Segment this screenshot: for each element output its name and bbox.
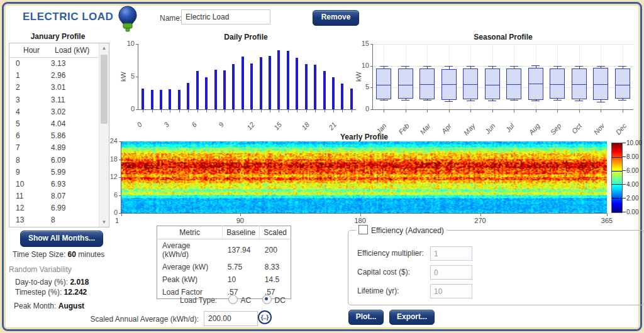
- table-row: 74.89: [9, 142, 99, 154]
- daily-bar: [260, 57, 262, 109]
- x-tick-mark: [623, 109, 623, 112]
- median-line: [593, 84, 608, 85]
- x-tick-mark: [406, 109, 406, 112]
- metric-value: 200: [260, 239, 291, 261]
- metric-name: Peak (kW): [157, 273, 223, 286]
- y-tick-label: 0: [103, 209, 118, 216]
- yearly-profile-heatmap: 06121824190180270365: [121, 141, 607, 214]
- daily-bar: [232, 64, 235, 109]
- y-tick-label: 5: [119, 72, 135, 80]
- table-row: 95.99: [9, 166, 99, 178]
- median-line: [506, 84, 521, 85]
- time-step-value: 60: [68, 250, 76, 259]
- x-tick-mark: [607, 213, 608, 216]
- table-row: 106.93: [9, 178, 99, 190]
- daily-bar: [350, 89, 353, 109]
- metrics-header-baseline: Baseline: [223, 226, 260, 239]
- box: [376, 68, 391, 99]
- load-type-dc-radio[interactable]: [262, 295, 272, 304]
- remove-button[interactable]: Remove: [313, 10, 359, 26]
- name-input[interactable]: [181, 9, 270, 25]
- random-variability-label: Random Variability: [9, 265, 72, 274]
- x-tick-mark: [360, 213, 361, 216]
- table-scrollbar[interactable]: ▲ ▼: [99, 43, 109, 227]
- table-row: 65.86: [9, 130, 99, 142]
- colorbar-tick-label: 0.00: [626, 209, 638, 216]
- daily-bar: [214, 70, 217, 109]
- efficiency-multiplier-input[interactable]: [430, 246, 472, 261]
- load-type-ac-radio[interactable]: [228, 295, 238, 304]
- y-tick-mark: [370, 87, 373, 88]
- daily-bar: [160, 90, 162, 109]
- colorbar-tick-label: 2.00: [626, 195, 638, 202]
- x-tick-mark: [152, 109, 153, 112]
- whisker-cap-bottom: [510, 100, 518, 101]
- capital-cost-input[interactable]: [430, 265, 472, 280]
- y-tick-mark: [370, 44, 373, 45]
- x-tick-mark: [270, 109, 270, 112]
- y-tick-label: 10: [354, 62, 369, 69]
- daily-bar: [341, 84, 343, 109]
- y-tick-label: 24: [103, 137, 118, 145]
- january-profile-title: January Profile: [8, 32, 108, 41]
- colorbar: [611, 143, 623, 213]
- metrics-header-scaled: Scaled: [260, 226, 291, 239]
- x-tick-mark: [536, 109, 536, 112]
- x-tick-mark: [579, 109, 580, 112]
- x-tick-label: 1: [115, 217, 128, 224]
- x-tick-mark: [315, 109, 316, 112]
- load-type-ac-label[interactable]: AC: [241, 296, 252, 305]
- daily-bar: [287, 51, 289, 109]
- x-tick-mark: [427, 109, 428, 112]
- column-header-load: Load (kW): [55, 46, 89, 55]
- cell-load: 6.99: [51, 202, 65, 214]
- page-title: ELECTRIC LOAD: [23, 11, 113, 23]
- x-tick-mark: [470, 109, 471, 112]
- table-row: 03.13: [9, 58, 99, 70]
- efficiency-advanced-group: Efficiency (Advanced) Efficiency multipl…: [348, 225, 644, 305]
- colorbar-tick-mark: [623, 156, 626, 157]
- y-tick-label: 15: [354, 40, 369, 47]
- plot-button[interactable]: Plot...: [348, 310, 384, 325]
- x-tick-label: Jul: [504, 122, 516, 133]
- january-profile-table: Hour Load (kW) 03.1312.9623.0133.1143.02…: [9, 43, 109, 227]
- whisker-cap-bottom: [488, 101, 496, 101]
- table-row: 12.96: [9, 70, 99, 82]
- daily-profile-title: Daily Profile: [133, 33, 359, 41]
- x-tick-mark: [352, 109, 352, 112]
- time-step-unit: minutes: [78, 250, 104, 259]
- scroll-up-icon[interactable]: ▲: [99, 43, 109, 53]
- load-type-dc-label[interactable]: DC: [275, 296, 286, 305]
- x-tick-mark: [143, 109, 143, 112]
- timestep-value: 12.242: [64, 288, 87, 297]
- lifetime-input[interactable]: [430, 284, 472, 298]
- cell-hour: 10: [16, 178, 24, 190]
- table-row: 126.99: [9, 202, 99, 214]
- cell-load: 2.96: [51, 70, 65, 82]
- scrollbar-thumb[interactable]: [101, 55, 108, 124]
- scaled-annual-average-input[interactable]: [204, 311, 258, 326]
- load-type-row: Load Type: AC DC: [180, 295, 286, 305]
- sensitivity-values-button[interactable]: {..}: [258, 310, 272, 324]
- table-row: 23.01: [9, 82, 99, 94]
- daily-bar: [205, 77, 208, 109]
- box: [485, 68, 500, 99]
- x-tick-mark: [306, 109, 307, 112]
- y-tick-mark: [370, 109, 373, 110]
- lifetime-label: Lifetime (yr):: [357, 287, 399, 295]
- median-line: [572, 84, 587, 85]
- whisker-cap-bottom: [380, 100, 388, 101]
- x-tick-mark: [188, 109, 189, 112]
- metric-value: 5.75: [223, 261, 260, 273]
- whisker-cap-bottom: [423, 100, 431, 101]
- median-line: [441, 84, 457, 85]
- show-all-months-button[interactable]: Show All Months...: [20, 231, 103, 247]
- cell-load: 8: [51, 214, 55, 226]
- colorbar-tick-label: 6.00: [626, 167, 638, 174]
- export-button[interactable]: Export...: [389, 310, 435, 325]
- colorbar-tick-mark: [623, 184, 626, 185]
- daily-bar: [142, 89, 144, 109]
- metric-value: 137.94: [223, 239, 260, 261]
- scroll-down-icon[interactable]: ▼: [99, 217, 109, 227]
- efficiency-checkbox[interactable]: [358, 225, 368, 234]
